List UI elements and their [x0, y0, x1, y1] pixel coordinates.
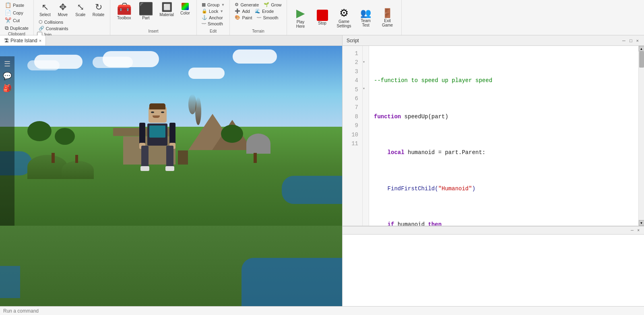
tree-1-trunk — [52, 153, 55, 163]
cut-button[interactable]: ✂️ Cut — [3, 17, 30, 24]
lower-minimize-button[interactable]: ─ — [630, 228, 635, 233]
game-settings-icon: ⚙ — [339, 7, 349, 19]
game-settings-button[interactable]: ⚙ GameSettings — [334, 3, 355, 32]
erode-button[interactable]: 🌊 Erode — [253, 8, 275, 14]
code-content[interactable]: --function to speed up player speed func… — [369, 46, 638, 226]
add-terrain-button[interactable]: ➕ Add — [233, 8, 252, 14]
constraints-button[interactable]: 🔗 Constraints — [37, 25, 107, 31]
scroll-up-button[interactable]: ▲ — [639, 46, 644, 51]
collapse-1 — [363, 49, 369, 58]
char-torso — [147, 124, 167, 146]
team-test-button[interactable]: 👥 TeamTest — [355, 3, 376, 32]
tree-1-top — [27, 121, 52, 141]
insert-group: 🧰 Toolbox ⬛ Part 🔲 Material Color — [114, 1, 193, 29]
paint-terrain-button[interactable]: 🎨 Paint — [233, 14, 254, 21]
lower-right-area: ─ × — [343, 226, 644, 306]
play-here-button[interactable]: ▶ PlayHere — [290, 3, 311, 32]
code-indent-3 — [374, 148, 388, 157]
collapse-5[interactable]: ▾ — [363, 84, 369, 93]
viewport-canvas[interactable]: ☰ 💬 🎒 — [0, 46, 342, 226]
duplicate-icon: ⧉ — [5, 25, 8, 31]
viewport-bottom-area — [0, 226, 342, 306]
color-label: Color — [180, 11, 190, 15]
script-header-controls: ─ □ × — [621, 38, 640, 43]
part-icon: ⬛ — [138, 3, 153, 15]
color-button[interactable]: Color — [177, 2, 193, 16]
char-left-leg — [141, 146, 149, 168]
lock-button[interactable]: 🔒 Lock ▼ — [200, 8, 227, 14]
clipboard-section: 📋 Paste 📄 Copy ✂️ Cut ⧉ Duplicate Clipbo… — [0, 0, 34, 35]
collapse-11 — [363, 138, 369, 146]
team-test-icon: 👥 — [360, 8, 371, 19]
line-num-1: 1 — [343, 49, 362, 58]
exit-game-button[interactable]: 🚪 ExitGame — [377, 3, 398, 32]
collapse-3 — [363, 67, 369, 76]
scroll-track[interactable] — [639, 51, 644, 220]
copy-button[interactable]: 📄 Copy — [3, 9, 30, 16]
select-button[interactable]: ↖ Select — [37, 2, 53, 18]
constraints-label: Constraints — [46, 26, 68, 31]
tools-group: ↖ Select ✥ Move ⤡ Scale ↻ Rotate — [37, 1, 107, 37]
menu-icon[interactable]: ☰ — [4, 60, 10, 68]
material-button[interactable]: 🔲 Material — [157, 2, 176, 18]
scroll-thumb[interactable] — [639, 51, 644, 68]
chat-icon[interactable]: 💬 — [3, 72, 12, 80]
pirate-island-tab[interactable]: 🏝 Pirate Island × — [0, 35, 46, 45]
collapse-2[interactable]: ▾ — [363, 58, 369, 67]
smooth-button[interactable]: 〰 Smooth — [200, 21, 227, 27]
code-string-humanoid: "Humanoid" — [438, 184, 472, 193]
code-keyword-if: if — [388, 220, 394, 226]
code-if-condition: humanoid — [394, 220, 428, 226]
smooth-label: Smooth — [208, 21, 223, 26]
collapse-arrows: ▾ ▾ — [363, 46, 369, 226]
code-indent-5 — [374, 220, 388, 226]
paste-button[interactable]: 📋 Paste — [3, 2, 30, 8]
generate-button[interactable]: ⚙ Generate — [233, 2, 260, 8]
insert-section: 🧰 Toolbox ⬛ Part 🔲 Material Color Insert — [110, 0, 197, 35]
bottom-water-left — [0, 266, 20, 298]
group-label: Group — [207, 2, 220, 7]
code-editor[interactable]: 1 2 3 4 5 6 7 8 9 10 11 ▾ ▾ — [343, 46, 644, 226]
part-label: Part — [142, 16, 149, 20]
rotate-button[interactable]: ↻ Rotate — [90, 2, 107, 18]
duplicate-button[interactable]: ⧉ Duplicate — [3, 25, 30, 32]
grow-button[interactable]: 🌱 Grow — [262, 2, 283, 8]
cloud-4 — [93, 57, 133, 68]
stop-icon — [317, 10, 328, 21]
command-input[interactable] — [3, 308, 641, 314]
tools-section: ↖ Select ✥ Move ⤡ Scale ↻ Rotate — [34, 0, 110, 35]
script-maximize-button[interactable]: □ — [628, 38, 634, 43]
stop-label: Stop — [318, 21, 326, 25]
terrain-label: Terrain — [252, 29, 264, 34]
inventory-icon[interactable]: 🎒 — [3, 84, 12, 93]
tree-3-top — [221, 125, 243, 143]
toolbox-button[interactable]: 🧰 Toolbox — [114, 2, 134, 21]
script-scrollbar[interactable]: ▲ ▼ — [638, 46, 644, 226]
part-button[interactable]: ⬛ Part — [135, 2, 156, 21]
lower-right-content — [343, 235, 644, 306]
collisions-icon: ⬡ — [39, 19, 43, 25]
script-close-button[interactable]: × — [635, 38, 640, 43]
stop-button[interactable]: Stop — [312, 3, 333, 32]
collisions-button[interactable]: ⬡ Collisions — [37, 19, 107, 25]
group-button[interactable]: ▦ Group ▼ — [200, 2, 227, 8]
smooth-terrain-button[interactable]: 〰 Smooth — [255, 14, 280, 21]
anchor-icon: ⚓ — [202, 15, 207, 20]
scroll-down-button[interactable]: ▼ — [639, 220, 644, 226]
lower-close-button[interactable]: × — [636, 228, 641, 233]
char-right-arm — [169, 123, 175, 145]
collapse-8 — [363, 111, 369, 120]
move-button[interactable]: ✥ Move — [55, 2, 71, 18]
tab-close-button[interactable]: × — [39, 38, 41, 43]
lower-right-header: ─ × — [343, 226, 644, 235]
paint-terrain-icon: 🎨 — [235, 15, 240, 20]
scale-button[interactable]: ⤡ Scale — [72, 2, 89, 18]
erode-icon: 🌊 — [255, 8, 260, 14]
code-line-3: local humanoid = part.Parent: — [374, 148, 634, 157]
line-num-3: 3 — [343, 67, 362, 76]
cloud-5 — [188, 68, 225, 79]
script-minimize-button[interactable]: ─ — [621, 38, 627, 43]
paste-icon: 📋 — [5, 2, 11, 8]
move-label: Move — [58, 12, 68, 17]
anchor-button[interactable]: ⚓ Anchor — [200, 14, 227, 21]
